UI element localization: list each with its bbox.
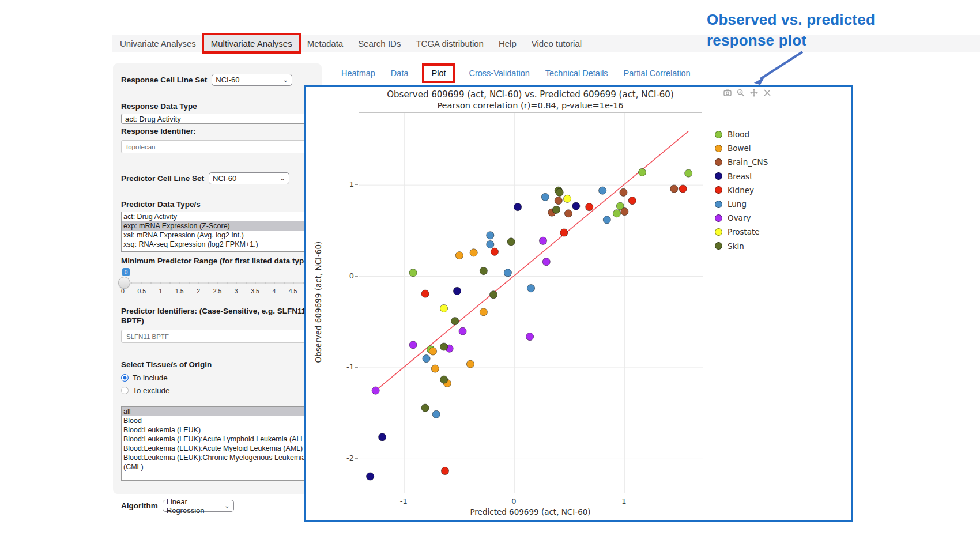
scatter-point-bowel[interactable] (429, 348, 436, 355)
legend-item-brain-cns[interactable]: Brain_CNS (715, 155, 768, 169)
slider-track[interactable] (122, 282, 312, 284)
scatter-point-brain-cns[interactable] (564, 210, 572, 217)
predictor-data-types-listbox[interactable]: act: Drug Activityexp: mRNA Expression (… (121, 212, 314, 252)
scatter-point-breast[interactable] (379, 433, 386, 441)
scatter-point-lung[interactable] (504, 269, 511, 277)
tab-partial-correlation[interactable]: Partial Correlation (624, 69, 691, 78)
radio-to-include[interactable]: To include (121, 373, 314, 382)
scatter-point-lung[interactable] (541, 193, 549, 201)
legend-item-skin[interactable]: Skin (715, 239, 768, 253)
predictor-cell-line-set-select[interactable]: NCI-60 ⌄ (209, 172, 289, 184)
scatter-point-kidney[interactable] (421, 290, 429, 297)
list-option-blood-leukemia-leuk-chronic-myelogenous-leukemia-cml[interactable]: Blood:Leukemia (LEUK):Chronic Myelogenou… (122, 453, 313, 471)
legend-item-ovary[interactable]: Ovary (715, 211, 768, 225)
radio-button-icon[interactable] (121, 374, 129, 382)
legend-item-bowel[interactable]: Bowel (715, 141, 768, 155)
scatter-point-ovary[interactable] (459, 327, 466, 335)
scatter-point-skin[interactable] (552, 206, 560, 213)
scatter-point-kidney[interactable] (560, 229, 568, 236)
scatter-point-brain-cns[interactable] (555, 197, 562, 204)
scatter-point-kidney[interactable] (491, 248, 498, 255)
list-option-blood-leukemia-leuk-acute-lymphoid-leukemia-all[interactable]: Blood:Leukemia (LEUK):Acute Lymphoid Leu… (122, 435, 313, 444)
list-option-blood[interactable]: Blood (122, 416, 313, 425)
nav-item-help[interactable]: Help (491, 35, 524, 52)
scatter-point-bowel[interactable] (470, 249, 477, 256)
tissue-origin-listbox[interactable]: allBloodBlood:Leukemia (LEUK)Blood:Leuke… (121, 406, 314, 481)
legend-item-prostate[interactable]: Prostate (715, 225, 768, 239)
scatter-point-bowel[interactable] (466, 360, 474, 368)
scatter-point-skin[interactable] (451, 318, 459, 325)
pan-icon[interactable] (750, 89, 758, 97)
algorithm-select[interactable]: Linear Regression ⌄ (163, 500, 234, 512)
scatter-point-lung[interactable] (603, 216, 610, 224)
scatter-point-ovary[interactable] (372, 387, 379, 394)
radio-to-exclude[interactable]: To exclude (121, 386, 314, 395)
tab-plot[interactable]: Plot (424, 65, 453, 81)
response-identifier-input[interactable]: topotecan (121, 140, 314, 153)
list-option-blood-leukemia-leuk-acute-myeloid-leukemia-aml[interactable]: Blood:Leukemia (LEUK):Acute Myeloid Leuk… (122, 444, 313, 453)
scatter-point-lung[interactable] (487, 241, 494, 248)
scatter-point-skin[interactable] (556, 188, 563, 196)
nav-item-univariate-analyses[interactable]: Univariate Analyses (112, 35, 203, 52)
list-option-exp-mrna-expression-z-score[interactable]: exp: mRNA Expression (Z-Score) (122, 221, 313, 231)
tab-technical-details[interactable]: Technical Details (545, 69, 608, 78)
scatter-point-breast[interactable] (572, 202, 580, 210)
scatter-point-blood[interactable] (409, 269, 417, 277)
scatter-point-skin[interactable] (507, 238, 515, 246)
scatter-point-lung[interactable] (527, 285, 534, 292)
list-option-blood-leukemia-leuk[interactable]: Blood:Leukemia (LEUK) (122, 425, 313, 435)
scatter-point-kidney[interactable] (628, 197, 636, 204)
scatter-point-blood[interactable] (613, 210, 620, 217)
scatter-point-breast[interactable] (367, 473, 374, 480)
scatter-point-blood[interactable] (638, 168, 646, 176)
list-option-all[interactable]: all (122, 407, 313, 416)
scatter-point-bowel[interactable] (455, 252, 463, 259)
scatter-point-skin[interactable] (440, 343, 447, 350)
zoom-in-icon[interactable] (737, 89, 745, 97)
nav-item-metadata[interactable]: Metadata (300, 35, 351, 52)
nav-item-video-tutorial[interactable]: Video tutorial (524, 35, 589, 52)
scatter-point-bowel[interactable] (480, 308, 487, 316)
scatter-point-kidney[interactable] (679, 185, 687, 193)
scatter-point-brain-cns[interactable] (621, 207, 628, 215)
scatter-point-prostate[interactable] (440, 304, 447, 312)
list-option-xai-mrna-expression-avg-log2-int[interactable]: xai: mRNA Expression (Avg. log2 Int.) (122, 231, 313, 240)
scatter-point-bowel[interactable] (431, 365, 439, 372)
scatter-point-kidney[interactable] (441, 467, 448, 474)
scatter-point-brain-cns[interactable] (670, 185, 678, 193)
slider-handle[interactable] (118, 277, 130, 289)
scatter-point-lung[interactable] (599, 187, 606, 194)
scatter-point-ovary[interactable] (539, 237, 546, 244)
tab-cross-validation[interactable]: Cross-Validation (469, 69, 529, 78)
scatter-point-ovary[interactable] (526, 333, 533, 341)
scatter-point-lung[interactable] (423, 355, 430, 363)
list-option-xsq-rna-seq-expression-log2-fpkm-1[interactable]: xsq: RNA-seq Expression (log2 FPKM+1.) (122, 240, 313, 249)
legend-item-kidney[interactable]: Kidney (715, 183, 768, 197)
scatter-point-skin[interactable] (440, 376, 447, 383)
nav-item-tcga-distribution[interactable]: TCGA distribution (408, 35, 491, 52)
min-predictor-range-slider[interactable]: 0 5 00.511.522.533.544.55 (121, 268, 314, 300)
scatter-point-skin[interactable] (421, 404, 429, 412)
tab-data[interactable]: Data (391, 69, 409, 78)
scatter-point-lung[interactable] (432, 410, 440, 418)
radio-button-icon[interactable] (121, 387, 129, 394)
camera-icon[interactable] (723, 89, 732, 97)
scatter-point-brain-cns[interactable] (620, 188, 627, 196)
reset-axes-icon[interactable] (763, 89, 771, 97)
scatter-point-kidney[interactable] (586, 203, 593, 211)
scatter-point-breast[interactable] (514, 203, 521, 211)
response-data-type-select[interactable]: act: Drug Activity ⌄ (121, 114, 314, 124)
legend-item-lung[interactable]: Lung (715, 197, 768, 211)
predictor-identifiers-input[interactable]: SLFN11 BPTF (121, 330, 314, 343)
scatter-point-skin[interactable] (480, 267, 487, 274)
scatter-point-ovary[interactable] (409, 341, 417, 349)
nav-item-search-ids[interactable]: Search IDs (350, 35, 408, 52)
scatter-point-ovary[interactable] (542, 258, 550, 266)
list-option-act-drug-activity[interactable]: act: Drug Activity (122, 212, 313, 221)
legend-item-blood[interactable]: Blood (715, 127, 768, 141)
scatter-point-blood[interactable] (685, 169, 692, 177)
scatter-point-prostate[interactable] (563, 195, 571, 202)
tab-heatmap[interactable]: Heatmap (341, 69, 375, 78)
response-cell-line-set-select[interactable]: NCI-60 ⌄ (212, 74, 292, 86)
scatter-point-lung[interactable] (487, 232, 494, 239)
